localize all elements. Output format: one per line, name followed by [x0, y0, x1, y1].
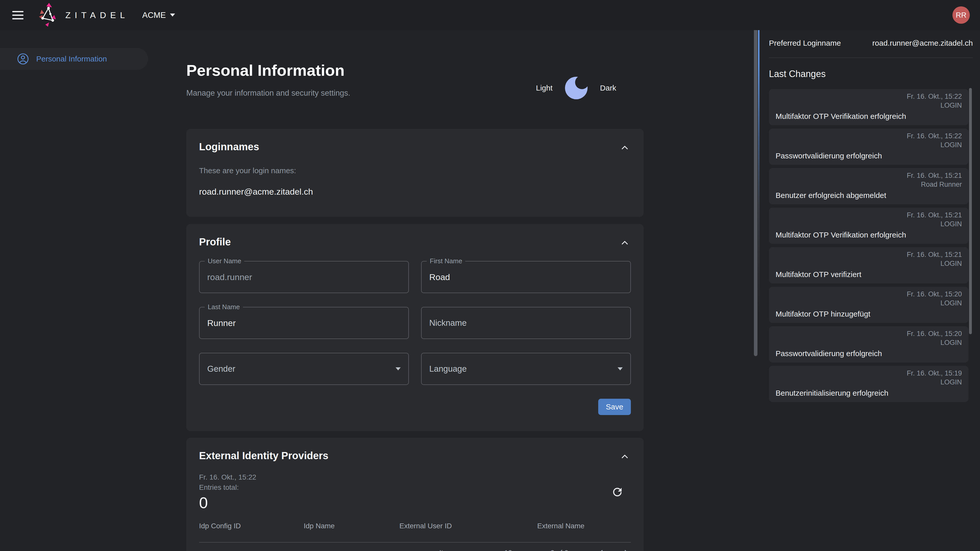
theme-light-label[interactable]: Light — [536, 84, 552, 92]
event-timestamp: Fr. 16. Okt., 15:22 — [776, 93, 962, 100]
loginnames-description: These are your login names: — [199, 166, 631, 175]
paginator-range: 0 of 0 — [550, 549, 568, 551]
items-per-page-value[interactable]: 10 — [504, 549, 512, 551]
last-change-item[interactable]: Fr. 16. Okt., 15:20 LOGIN Multifaktor OT… — [769, 287, 969, 323]
person-circle-icon — [17, 53, 29, 65]
last-change-item[interactable]: Fr. 16. Okt., 15:20 LOGIN Passwortvalidi… — [769, 326, 969, 362]
gender-select[interactable]: Gender — [199, 353, 409, 385]
event-title: Multifaktor OTP verifiziert — [776, 270, 962, 279]
triangle-down-icon — [396, 367, 401, 370]
org-switcher[interactable]: ACME — [142, 11, 175, 20]
org-name: ACME — [142, 11, 165, 20]
event-timestamp: Fr. 16. Okt., 15:21 — [776, 171, 962, 179]
table-divider — [199, 542, 631, 543]
last-change-item[interactable]: Fr. 16. Okt., 15:22 LOGIN Passwortvalidi… — [769, 129, 969, 165]
save-button[interactable]: Save — [598, 399, 631, 415]
loginnames-title: Loginnames — [199, 141, 631, 152]
sidebar-item-label: Personal Information — [36, 55, 107, 63]
page-subtitle: Manage your information and security set… — [186, 89, 544, 98]
last-change-item[interactable]: Fr. 16. Okt., 15:19 LOGIN Benutzerinitia… — [769, 366, 969, 402]
nickname-placeholder: Nickname — [429, 318, 467, 328]
loginname-value: road.runner@acme.zitadel.ch — [199, 187, 631, 197]
lastname-label: Last Name — [205, 303, 243, 311]
firstname-label: First Name — [427, 257, 465, 265]
page-title: Personal Information — [186, 61, 544, 79]
items-per-page-label: Items per page: — [439, 549, 489, 551]
firstname-value: Road — [429, 272, 450, 282]
language-select[interactable]: Language — [421, 353, 631, 385]
entries-total-value: 0 — [199, 494, 631, 512]
username-field[interactable]: User Name road.runner — [199, 261, 409, 293]
event-title: Benutzer erfolgreich abgemeldet — [776, 191, 962, 200]
theme-toggle: Light Dark — [536, 72, 616, 104]
avatar[interactable]: RR — [953, 6, 970, 24]
last-changes-title: Last Changes — [769, 68, 973, 79]
preferred-loginname-label: Preferred Loginname — [769, 39, 841, 48]
username-label: User Name — [205, 257, 244, 265]
last-change-item[interactable]: Fr. 16. Okt., 15:21 LOGIN Multifaktor OT… — [769, 247, 969, 283]
gender-label: Gender — [207, 364, 235, 374]
external-idp-title: External Identity Providers — [199, 450, 631, 462]
event-timestamp: Fr. 16. Okt., 15:20 — [776, 330, 962, 338]
event-timestamp: Fr. 16. Okt., 15:21 — [776, 211, 962, 219]
top-bar: ZITADEL ACME RR — [0, 0, 980, 30]
event-title: Multifaktor OTP Verifikation erfolgreich — [776, 230, 962, 239]
moon-icon[interactable] — [561, 73, 591, 103]
brand-wordmark: ZITADEL — [65, 10, 129, 20]
event-title: Passwortvalidierung erfolgreich — [776, 151, 962, 160]
profile-title: Profile — [199, 236, 631, 248]
chevron-up-icon[interactable] — [619, 142, 630, 153]
menu-icon[interactable] — [12, 10, 27, 21]
changes-drawer: Preferred Loginname road.runner@acme.zit… — [762, 30, 980, 551]
preferred-loginname-value: road.runner@acme.zitadel.ch — [872, 39, 973, 48]
username-value: road.runner — [207, 272, 252, 282]
zitadel-logo-icon — [35, 2, 62, 28]
refresh-icon[interactable] — [611, 486, 624, 499]
chevron-down-icon — [170, 14, 175, 17]
event-actor: LOGIN — [776, 260, 962, 268]
theme-dark-label[interactable]: Dark — [600, 84, 616, 92]
event-actor: Road Runner — [776, 181, 962, 189]
chevron-left-icon[interactable] — [597, 548, 607, 551]
main-scrollbar[interactable] — [754, 29, 757, 356]
lastname-value: Runner — [207, 318, 236, 328]
col-idp-name: Idp Name — [304, 522, 399, 530]
paginator: Items per page: 10 0 of 0 — [439, 548, 631, 551]
idp-table-header: Idp Config ID Idp Name External User ID … — [199, 522, 631, 530]
nickname-field[interactable]: Nickname — [421, 307, 631, 339]
chevron-up-icon[interactable] — [619, 451, 630, 462]
event-title: Multifaktor OTP Verifikation erfolgreich — [776, 112, 962, 121]
external-idp-card: External Identity Providers Fr. 16. Okt.… — [186, 438, 644, 551]
event-timestamp: Fr. 16. Okt., 15:22 — [776, 132, 962, 140]
col-idp-config-id: Idp Config ID — [199, 522, 304, 530]
event-actor: LOGIN — [776, 378, 962, 386]
event-timestamp: Fr. 16. Okt., 15:20 — [776, 290, 962, 298]
last-change-item[interactable]: Fr. 16. Okt., 15:21 LOGIN Multifaktor OT… — [769, 208, 969, 244]
drawer-accent-line — [758, 29, 759, 315]
drawer-scrollbar[interactable] — [969, 88, 972, 334]
loginnames-card: Loginnames These are your login names: r… — [186, 129, 644, 217]
entries-total-label: Entries total: — [199, 483, 631, 492]
event-title: Benutzerinitialisierung erfolgreich — [776, 389, 962, 397]
firstname-field[interactable]: First Name Road — [421, 261, 631, 293]
profile-card: Profile User Name road.runner First Name… — [186, 224, 644, 431]
event-title: Passwortvalidierung erfolgreich — [776, 349, 962, 358]
event-actor: LOGIN — [776, 102, 962, 110]
language-label: Language — [429, 364, 467, 374]
col-external-user-id: External User ID — [399, 522, 537, 530]
idp-timestamp: Fr. 16. Okt., 15:22 — [199, 473, 631, 481]
chevron-up-icon[interactable] — [619, 237, 630, 248]
triangle-down-icon — [617, 367, 623, 370]
event-actor: LOGIN — [776, 339, 962, 347]
last-change-item[interactable]: Fr. 16. Okt., 15:21 Road Runner Benutzer… — [769, 168, 969, 204]
event-title: Multifaktor OTP hinzugefügt — [776, 310, 962, 318]
sidebar-item-personal-information[interactable]: Personal Information — [0, 48, 148, 70]
event-actor: LOGIN — [776, 220, 962, 228]
col-external-name: External Name — [537, 522, 631, 530]
event-actor: LOGIN — [776, 141, 962, 149]
chevron-right-icon[interactable] — [620, 548, 631, 551]
last-changes-list: Fr. 16. Okt., 15:22 LOGIN Multifaktor OT… — [769, 89, 969, 402]
lastname-field[interactable]: Last Name Runner — [199, 307, 409, 339]
event-timestamp: Fr. 16. Okt., 15:19 — [776, 369, 962, 377]
last-change-item[interactable]: Fr. 16. Okt., 15:22 LOGIN Multifaktor OT… — [769, 89, 969, 125]
